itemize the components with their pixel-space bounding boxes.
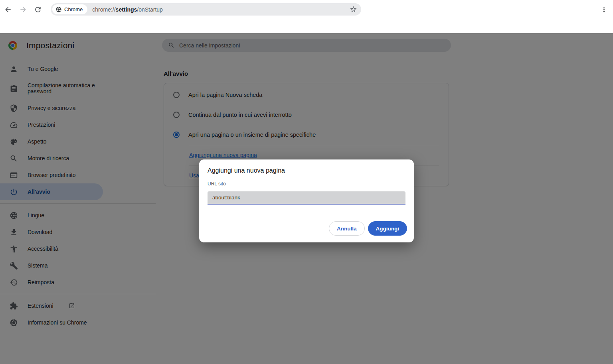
reload-button[interactable] [32,4,44,16]
menu-icon [600,6,608,14]
address-bar[interactable]: Chrome chrome://settings/onStartup [51,3,361,16]
back-button[interactable] [2,4,14,16]
url-text: chrome://settings/onStartup [92,6,163,13]
chrome-chip: Chrome [52,4,87,14]
forward-icon [19,6,27,14]
settings-page: Impostazioni Tu e GoogleCompilazione aut… [0,33,613,364]
browser-toolbar: Chrome chrome://settings/onStartup [0,0,613,33]
forward-button[interactable] [17,4,29,16]
url-field-label: URL sito [208,181,405,187]
back-icon [4,6,12,14]
chip-label: Chrome [64,6,83,12]
bookmark-star-button[interactable] [348,5,358,14]
browser-menu-button[interactable] [599,4,609,15]
confirm-add-button[interactable]: Aggiungi [368,221,407,236]
bookmark-star-icon [350,6,357,13]
chrome-icon [55,6,62,13]
cancel-button[interactable]: Annulla [329,221,365,236]
add-page-dialog: Aggiungi una nuova pagina URL sito Annul… [199,159,414,242]
dialog-title: Aggiungi una nuova pagina [208,167,405,174]
url-input[interactable] [212,195,401,201]
url-input-wrapper [208,191,405,205]
reload-icon [34,6,42,14]
